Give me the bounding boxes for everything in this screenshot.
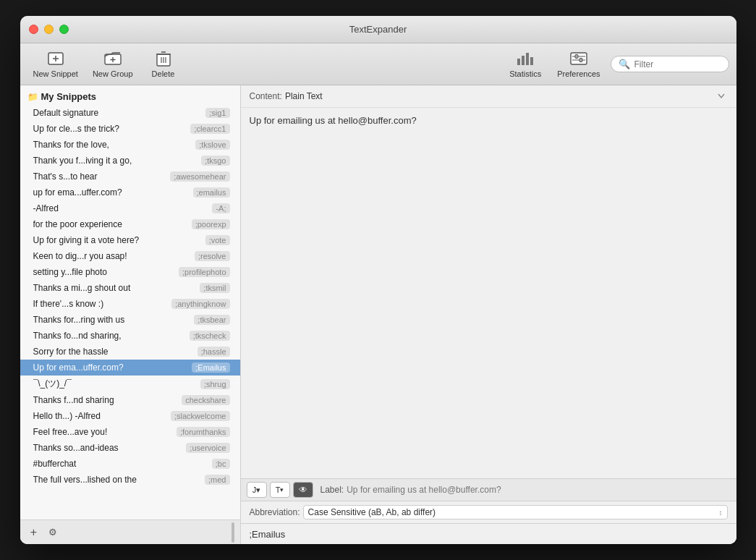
preferences-button[interactable]: Preferences: [551, 48, 606, 81]
app-window: TextExpander New Snippet: [20, 16, 736, 544]
maximize-button[interactable]: [59, 25, 69, 34]
statistics-icon: [515, 51, 535, 67]
list-item[interactable]: Feel free...ave you!;forumthanks: [20, 424, 240, 440]
snippet-abbr: ;shrug: [200, 379, 230, 389]
preview-button[interactable]: 👁: [293, 482, 313, 498]
list-item[interactable]: Thanks for...ring with us;tksbear: [20, 312, 240, 328]
text-format-button[interactable]: T ▾: [270, 482, 290, 498]
list-item[interactable]: for the poor experience;poorexp: [20, 216, 240, 232]
snippet-abbr: ;tksgo: [201, 156, 229, 166]
snippet-abbr: ;emailus: [193, 187, 230, 198]
snippet-abbr: ;poorexp: [192, 219, 230, 229]
list-item[interactable]: Hello th...) -Alfred;slackwelcome: [20, 408, 240, 424]
list-item[interactable]: Thanks a mi...g shout out;tksmil: [20, 280, 240, 296]
list-item[interactable]: Thanks fo...nd sharing,;tkscheck: [20, 328, 240, 344]
snippet-list: 📁 My Snippets Default signature;sig1Up f…: [20, 85, 240, 519]
group-name: My Snippets: [41, 91, 97, 102]
text-area-wrap: [241, 108, 736, 478]
list-item[interactable]: setting y...file photo;profilephoto: [20, 264, 240, 280]
text-format-label: T: [276, 485, 281, 494]
settings-footer-button[interactable]: ⚙: [45, 525, 61, 540]
add-snippet-footer-button[interactable]: +: [26, 525, 42, 540]
insert-token-button[interactable]: J▾: [247, 482, 267, 498]
preferences-icon: [569, 51, 589, 67]
list-item[interactable]: Keen to dig...r you asap!;resolve: [20, 248, 240, 264]
list-item[interactable]: The full vers...lished on the;med: [20, 472, 240, 488]
close-button[interactable]: [29, 25, 38, 34]
label-area: Label:: [320, 485, 731, 495]
svg-rect-13: [522, 56, 524, 65]
new-group-button[interactable]: New Group: [87, 48, 139, 81]
snippet-abbr: ;slackwelcome: [171, 411, 230, 421]
format-bar: J▾ T ▾ 👁 Label:: [241, 478, 736, 501]
sidebar: 📁 My Snippets Default signature;sig1Up f…: [20, 85, 241, 544]
label-text: Label:: [320, 485, 344, 495]
filter-input[interactable]: [634, 59, 721, 69]
insert-token-label: J▾: [252, 485, 261, 495]
list-item[interactable]: Default signature;sig1: [20, 105, 240, 121]
list-item[interactable]: Up for giving it a vote here?;vote: [20, 232, 240, 248]
snippet-content-input[interactable]: [250, 114, 728, 472]
toolbar: New Snippet New Group: [20, 43, 736, 85]
new-snippet-label: New Snippet: [33, 69, 78, 78]
content-type-dropdown[interactable]: [715, 90, 728, 103]
new-group-icon: [103, 51, 123, 67]
eye-icon: 👁: [299, 485, 307, 495]
folder-icon: 📁: [27, 92, 38, 102]
snippet-items: Default signature;sig1Up for cle...s the…: [20, 105, 240, 488]
list-item[interactable]: Up for cle...s the trick?;clearcc1: [20, 121, 240, 137]
abbreviation-type: Case Sensitive (aB, Ab, ab differ): [308, 507, 719, 517]
svg-rect-14: [526, 53, 529, 65]
new-group-label: New Group: [93, 69, 133, 78]
abbreviation-bar: Abbreviation: Case Sensitive (aB, Ab, ab…: [241, 501, 736, 523]
list-item[interactable]: -Alfred-A;: [20, 200, 240, 216]
list-item[interactable]: If there'...s know :);anythingknow: [20, 296, 240, 312]
abbreviation-type-select[interactable]: Case Sensitive (aB, Ab, ab differ) ↕: [303, 505, 728, 519]
snippet-abbr: ;awesomehear: [170, 171, 229, 182]
snippet-name: ¯\_(ツ)_/¯: [33, 378, 198, 390]
list-item[interactable]: Up for ema...uffer.com?;Emailus: [20, 360, 240, 376]
snippet-abbr: ;profilephoto: [179, 267, 230, 277]
window-title: TextExpander: [349, 24, 407, 35]
content-bar: Content: Plain Text: [241, 85, 736, 108]
label-input[interactable]: [347, 485, 730, 495]
snippet-abbr: ;clearcc1: [190, 124, 229, 134]
snippet-name: Up for ema...uffer.com?: [33, 362, 190, 373]
text-dropdown-icon: ▾: [280, 486, 284, 493]
list-item[interactable]: Thank you f...iving it a go,;tksgo: [20, 153, 240, 169]
snippet-name: -Alfred: [33, 203, 210, 213]
minimize-button[interactable]: [44, 25, 54, 34]
snippet-name: up for ema...uffer.com?: [33, 187, 190, 198]
list-item[interactable]: That's s...to hear;awesomehear: [20, 169, 240, 184]
delete-button[interactable]: Delete: [142, 48, 185, 81]
snippet-abbr: ;tksmil: [200, 283, 229, 293]
snippet-name: Thanks for...ring with us: [33, 315, 192, 325]
list-item[interactable]: ¯\_(ツ)_/¯;shrug: [20, 376, 240, 392]
list-item[interactable]: up for ema...uffer.com?;emailus: [20, 184, 240, 200]
list-item[interactable]: Sorry for the hassle;hassle: [20, 344, 240, 360]
resize-handle[interactable]: [232, 522, 234, 543]
filter-box[interactable]: 🔍: [611, 56, 729, 72]
abbreviation-dropdown-arrow[interactable]: ↕: [719, 509, 723, 517]
snippet-name: That's s...to hear: [33, 171, 168, 182]
svg-rect-12: [517, 59, 520, 65]
list-item[interactable]: Thanks f...nd sharingcheckshare: [20, 392, 240, 408]
snippet-name: Keen to dig...r you asap!: [33, 251, 192, 261]
snippet-name: Thank you f...iving it a go,: [33, 156, 199, 166]
snippet-name: Default signature: [33, 108, 203, 118]
new-snippet-button[interactable]: New Snippet: [27, 48, 84, 81]
snippet-abbr: ;tkscheck: [190, 331, 230, 341]
svg-rect-15: [530, 57, 533, 65]
snippet-name: If there'...s know :): [33, 299, 169, 309]
snippet-abbr: ;tkslove: [195, 140, 229, 150]
snippet-abbr: ;bc: [212, 459, 230, 469]
content-label: Content:: [250, 91, 282, 101]
list-item[interactable]: Thanks so...and-ideas;uservoice: [20, 440, 240, 456]
list-item[interactable]: Thanks for the love,;tkslove: [20, 137, 240, 153]
statistics-button[interactable]: Statistics: [504, 48, 547, 81]
snippet-abbr: ;Emailus: [192, 362, 229, 373]
snippet-name: Thanks for the love,: [33, 140, 193, 150]
list-item[interactable]: #bufferchat;bc: [20, 456, 240, 472]
snippet-name: Feel free...ave you!: [33, 427, 174, 437]
toolbar-left: New Snippet New Group: [27, 48, 185, 81]
